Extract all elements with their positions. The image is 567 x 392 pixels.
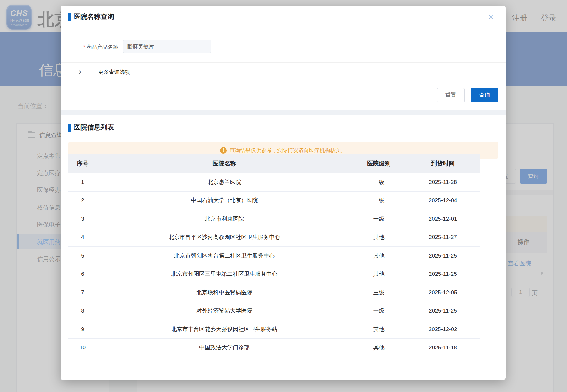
cell-name: 对外经济贸易大学医院	[97, 302, 352, 320]
title-accent-bar	[68, 124, 71, 132]
cell-date: 2025-11-28	[406, 173, 480, 191]
cell-name: 北京市昌平区沙河高教园区社区卫生服务中心	[97, 228, 352, 247]
table-row: 3北京市利康医院一级2025-12-01	[68, 210, 480, 228]
reset-button[interactable]: 重置	[437, 88, 465, 102]
cell-name: 北京市丰台区花乡天骄俊园社区卫生服务站	[97, 320, 352, 338]
cell-name: 中国政法大学门诊部	[97, 339, 352, 357]
cell-no: 9	[68, 320, 97, 338]
cell-date: 2025-11-27	[406, 228, 480, 247]
cell-level: 其他	[352, 247, 406, 265]
table-row: 9北京市丰台区花乡天骄俊园社区卫生服务站其他2025-12-02	[68, 320, 480, 339]
cell-date: 2025-11-18	[406, 339, 480, 357]
chevron-right-icon[interactable]: ›	[79, 67, 82, 77]
table-row: 8对外经济贸易大学医院一级2025-11-25	[68, 302, 480, 320]
list-section-title: 医院信息列表	[74, 123, 114, 132]
cell-no: 2	[68, 192, 97, 210]
drug-name-label-text: 药品产品名称	[87, 44, 118, 50]
cell-date: 2025-12-05	[406, 283, 480, 302]
query-card: 医院名称查询 × *药品产品名称 › 更多查询选项 重置 查询	[61, 6, 506, 110]
col-header-index: 序号	[68, 154, 97, 173]
cell-no: 4	[68, 228, 97, 247]
cell-name: 北京市利康医院	[97, 210, 352, 228]
cell-name: 北京惠兰医院	[97, 173, 352, 191]
table-row: 7北京联科中医肾病医院三级2025-12-05	[68, 283, 480, 302]
hospital-table: 序号 医院名称 医院级别 到货时间 1北京惠兰医院一级2025-11-282中国…	[68, 154, 480, 357]
drug-name-input[interactable]	[123, 40, 211, 53]
table-row: 6北京市朝阳区三里屯第二社区卫生服务中心其他2025-11-25	[68, 265, 480, 284]
cell-level: 一级	[352, 192, 406, 210]
cell-level: 其他	[352, 228, 406, 247]
cell-no: 5	[68, 247, 97, 265]
cell-no: 8	[68, 302, 97, 320]
table-row: 5北京市朝阳区将台第二社区卫生服务中心其他2025-11-25	[68, 247, 480, 265]
drug-name-label: *药品产品名称	[69, 44, 118, 51]
cell-level: 一级	[352, 302, 406, 320]
cell-no: 7	[68, 283, 97, 302]
cell-level: 其他	[352, 265, 406, 283]
hospital-list-card: 医院信息列表 ! 查询结果仅供参考，实际情况请向医疗机构核实。 序号 医院名称 …	[61, 115, 506, 380]
cell-name: 中国石油大学（北京）医院	[97, 192, 352, 210]
cell-no: 6	[68, 265, 97, 283]
cell-no: 3	[68, 210, 97, 228]
cell-level: 其他	[352, 320, 406, 338]
cell-no: 10	[68, 339, 97, 357]
col-header-level: 医院级别	[352, 154, 406, 173]
cell-no: 1	[68, 173, 97, 191]
cell-date: 2025-11-25	[406, 247, 480, 265]
cell-level: 一级	[352, 210, 406, 228]
divider	[61, 81, 506, 81]
cell-date: 2025-12-01	[406, 210, 480, 228]
warning-text: 查询结果仅供参考，实际情况请向医疗机构核实。	[230, 147, 346, 154]
query-button[interactable]: 查询	[471, 88, 498, 102]
modal-header: 医院名称查询 ×	[61, 6, 506, 27]
table-header-row: 序号 医院名称 医院级别 到货时间	[68, 154, 480, 173]
more-options-toggle[interactable]: 更多查询选项	[98, 69, 130, 76]
warning-icon: !	[220, 147, 227, 154]
table-row: 2中国石油大学（北京）医院一级2025-12-04	[68, 192, 480, 210]
required-mark: *	[83, 44, 85, 50]
table-row: 10中国政法大学门诊部其他2025-11-18	[68, 339, 480, 357]
cell-name: 北京市朝阳区将台第二社区卫生服务中心	[97, 247, 352, 265]
cell-date: 2025-12-04	[406, 192, 480, 210]
col-header-date: 到货时间	[406, 154, 480, 173]
cell-level: 三级	[352, 283, 406, 302]
col-header-name: 医院名称	[97, 154, 352, 173]
modal-title: 医院名称查询	[74, 12, 114, 21]
table-row: 1北京惠兰医院一级2025-11-28	[68, 173, 480, 192]
cell-date: 2025-11-25	[406, 265, 480, 283]
cell-date: 2025-11-25	[406, 302, 480, 320]
cell-level: 其他	[352, 339, 406, 357]
cell-date: 2025-12-02	[406, 320, 480, 338]
title-accent-bar	[68, 13, 71, 21]
hospital-table-body: 1北京惠兰医院一级2025-11-282中国石油大学（北京）医院一级2025-1…	[68, 173, 480, 357]
table-row: 4北京市昌平区沙河高教园区社区卫生服务中心其他2025-11-27	[68, 228, 480, 247]
cell-name: 北京市朝阳区三里屯第二社区卫生服务中心	[97, 265, 352, 283]
cell-level: 一级	[352, 173, 406, 191]
close-icon[interactable]: ×	[485, 11, 497, 23]
hospital-query-modal: 医院名称查询 × *药品产品名称 › 更多查询选项 重置 查询 医院信息列表 !…	[61, 6, 506, 380]
cell-name: 北京联科中医肾病医院	[97, 283, 352, 302]
divider	[61, 62, 506, 63]
